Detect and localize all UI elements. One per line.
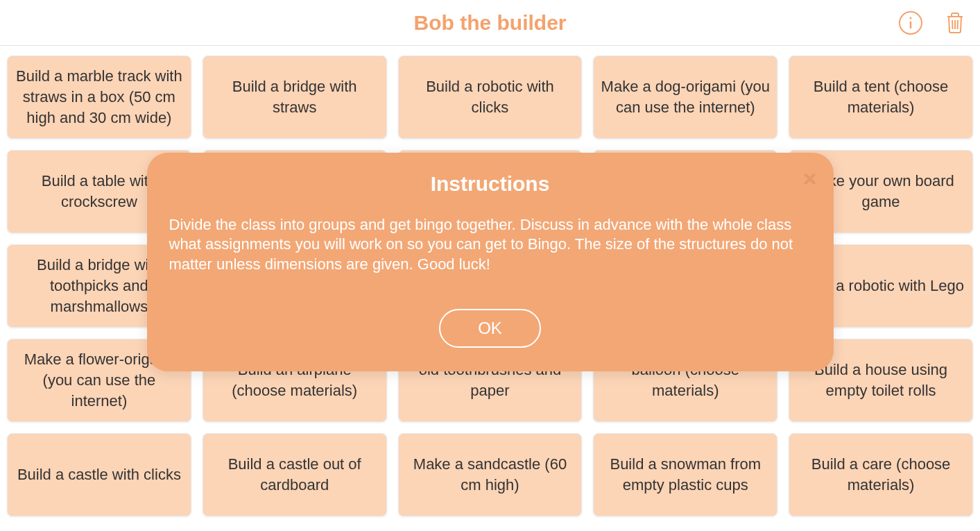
svg-point-2: [910, 17, 912, 19]
page-title: Bob the builder: [414, 11, 567, 35]
trash-icon[interactable]: [943, 10, 968, 35]
ok-button[interactable]: OK: [439, 309, 541, 348]
svg-line-5: [958, 20, 958, 29]
header: Bob the builder: [0, 0, 980, 46]
svg-line-3: [952, 20, 953, 29]
instructions-modal: × Instructions Divide the class into gro…: [147, 153, 834, 371]
bingo-card[interactable]: Build a robotic with clicks: [398, 56, 583, 139]
bingo-card[interactable]: Build a marble track with straws in a bo…: [7, 56, 191, 139]
bingo-card[interactable]: Build a bridge with straws: [203, 56, 387, 139]
header-icons: [898, 10, 968, 35]
bingo-card[interactable]: Build a snowman from empty plastic cups: [593, 433, 777, 516]
bingo-card[interactable]: Make a sandcastle (60 cm high): [398, 433, 583, 516]
bingo-card[interactable]: Make a dog-origami (you can use the inte…: [593, 56, 777, 139]
bingo-card[interactable]: Build a castle with clicks: [7, 433, 191, 516]
info-icon[interactable]: [898, 10, 923, 35]
modal-body: Divide the class into groups and get bin…: [169, 215, 811, 273]
bingo-card[interactable]: Build a tent (choose materials): [789, 56, 973, 139]
bingo-card[interactable]: Build a castle out of cardboard: [203, 433, 387, 516]
close-icon[interactable]: ×: [803, 167, 817, 190]
modal-title: Instructions: [169, 172, 811, 196]
bingo-card[interactable]: Build a care (choose materials): [789, 433, 973, 516]
